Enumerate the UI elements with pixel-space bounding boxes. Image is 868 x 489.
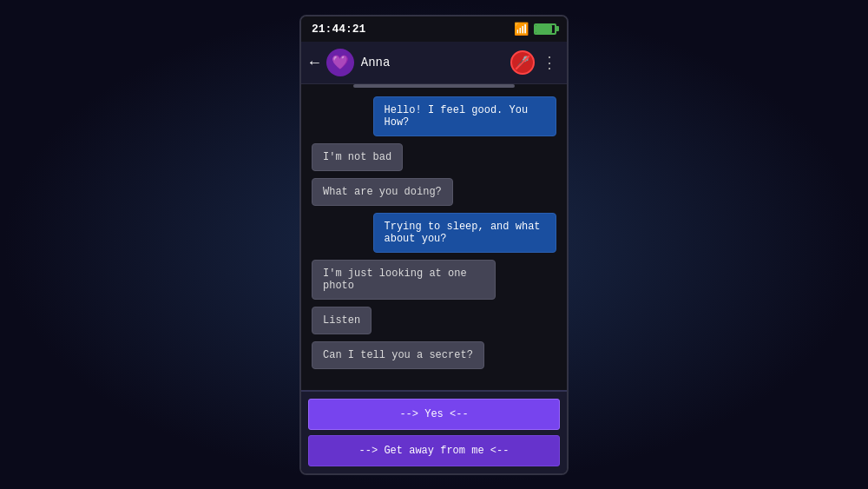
message-text: What are you doing? [323, 186, 442, 198]
avatar: 💜 [326, 49, 354, 76]
battery-fill [536, 25, 552, 33]
wifi-icon: 📶 [514, 22, 529, 36]
message-6: Listen [312, 307, 372, 334]
contact-name: Anna [361, 56, 503, 69]
battery-icon [534, 23, 556, 35]
status-bar: 21:44:21 📶 [301, 17, 567, 42]
message-text: I'm not bad [323, 151, 391, 163]
message-3: What are you doing? [312, 178, 453, 206]
phone-frame: 21:44:21 📶 ← 💜 Anna 🎤 ⋮ Hello! I feel go… [299, 15, 569, 475]
choice-area: --> Yes <-- --> Get away from me <-- [301, 390, 567, 473]
status-time: 21:44:21 [312, 23, 365, 36]
message-text: Can I tell you a secret? [323, 349, 473, 361]
message-4: Trying to sleep, and what about you? [373, 213, 557, 253]
choice-yes-label: --> Yes <-- [399, 408, 468, 420]
chat-area: Hello! I feel good. You How? I'm not bad… [301, 88, 567, 390]
more-menu-button[interactable]: ⋮ [542, 53, 558, 72]
message-7: Can I tell you a secret? [312, 341, 484, 369]
header-bar: ← 💜 Anna 🎤 ⋮ [301, 42, 567, 84]
message-2: I'm not bad [312, 143, 403, 171]
message-text: Trying to sleep, and what about you? [385, 221, 541, 245]
choice-away-label: --> Get away from me <-- [359, 445, 510, 457]
avatar-icon: 💜 [332, 54, 349, 71]
message-text: I'm just looking at one photo [323, 268, 467, 292]
message-5: I'm just looking at one photo [312, 260, 496, 300]
back-button[interactable]: ← [310, 54, 319, 71]
message-text: Hello! I feel good. You How? [385, 104, 529, 129]
message-1: Hello! I feel good. You How? [373, 96, 557, 136]
mute-icon[interactable]: 🎤 [510, 50, 535, 75]
status-icons: 📶 [514, 22, 556, 36]
message-text: Listen [323, 314, 360, 327]
choice-yes-button[interactable]: --> Yes <-- [308, 399, 560, 430]
choice-away-button[interactable]: --> Get away from me <-- [308, 435, 560, 466]
